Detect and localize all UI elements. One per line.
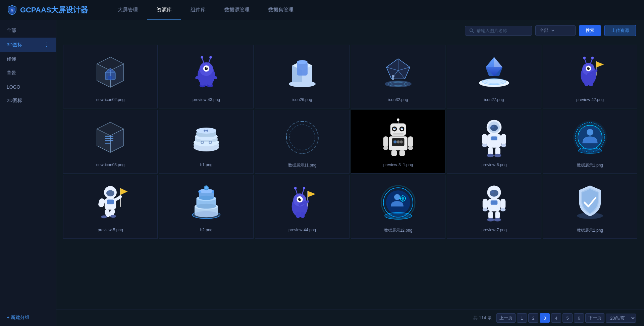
svg-point-43 [392, 75, 394, 78]
sidebar-item-3dicon[interactable]: 3D图标 ⋮ [0, 38, 56, 52]
svg-rect-74 [105, 138, 113, 139]
per-page-select[interactable]: 20条/页 50条/页 100条/页 [606, 314, 636, 323]
search-input[interactable] [477, 28, 524, 33]
grid-item-3[interactable]: icon32.png [351, 45, 445, 108]
nav-tab-resources[interactable]: 资源库 [147, 0, 181, 20]
svg-point-127 [501, 144, 506, 147]
svg-point-158 [196, 204, 216, 209]
svg-point-102 [401, 128, 403, 129]
page-3-button[interactable]: 3 [540, 313, 550, 323]
svg-point-114 [408, 146, 413, 150]
svg-point-194 [491, 191, 494, 193]
svg-marker-64 [596, 61, 604, 67]
svg-point-58 [588, 67, 590, 68]
image-preview-14 [280, 181, 324, 224]
main-nav: 大屏管理 资源库 组件库 数据源管理 数据集管理 [108, 0, 303, 20]
image-name-16: preview-7.png [481, 228, 506, 232]
sidebar-item-decor[interactable]: 修饰 [0, 52, 56, 66]
image-name-0: new-icon02.png [96, 97, 125, 102]
search-button[interactable]: 搜索 [579, 25, 601, 36]
page-4-button[interactable]: 4 [551, 313, 561, 323]
app-title: GCPAAS大屏设计器 [20, 5, 88, 15]
grid-item-4[interactable]: icon27.png [447, 45, 541, 108]
nav-tab-dashboard[interactable]: 大屏管理 [108, 0, 147, 20]
sidebar-item-2dicon[interactable]: 2D图标 [0, 94, 56, 108]
svg-rect-178 [301, 212, 305, 218]
more-icon[interactable]: ⋮ [44, 42, 49, 48]
grid-item-5[interactable]: preview-42.png [543, 45, 637, 108]
pagination: 共 114 条 上一页 1 2 3 4 5 6 下一页 20条/页 50条/页 … [56, 310, 644, 326]
svg-point-90 [286, 121, 318, 153]
grid-item-11[interactable]: 数据展示1.png [543, 110, 637, 174]
sidebar-item-bg[interactable]: 背景 [0, 66, 56, 80]
grid-item-1[interactable]: preview-43.png [159, 45, 254, 108]
page-5-button[interactable]: 5 [562, 313, 573, 323]
nav-tab-components[interactable]: 组件库 [181, 0, 215, 20]
prev-page-button[interactable]: 上一页 [496, 313, 516, 323]
image-name-13: b2.png [200, 228, 213, 232]
svg-point-170 [300, 198, 301, 199]
search-icon [469, 28, 474, 33]
svg-point-87 [210, 142, 211, 143]
nav-tab-dataset[interactable]: 数据集管理 [259, 0, 303, 20]
sidebar-item-logo[interactable]: LOGO [0, 80, 56, 94]
grid-item-17[interactable]: 数据展示2.png [543, 175, 637, 239]
svg-point-126 [482, 144, 487, 147]
svg-point-184 [401, 197, 404, 200]
svg-rect-11 [108, 76, 112, 80]
page-1-button[interactable]: 1 [517, 313, 527, 323]
svg-point-130 [487, 154, 494, 157]
svg-rect-66 [589, 80, 593, 86]
sidebar-item-all[interactable]: 全部 [0, 24, 56, 38]
grid-item-12[interactable]: preview-5.png [63, 175, 158, 239]
svg-point-199 [483, 208, 488, 211]
svg-rect-115 [391, 150, 397, 156]
grid-item-0[interactable]: new-icon02.png [63, 45, 158, 108]
image-grid-area: new-icon02.png [56, 41, 644, 310]
image-name-11: 数据展示1.png [577, 162, 603, 168]
add-group-button[interactable]: + 新建分组 [0, 309, 56, 326]
nav-tab-datasource[interactable]: 数据源管理 [215, 0, 259, 20]
image-name-9: preview-3_1.png [383, 162, 413, 167]
grid-item-2[interactable]: icon26.png [255, 45, 350, 108]
page-2-button[interactable]: 2 [528, 313, 538, 323]
svg-rect-24 [208, 80, 213, 86]
grid-item-7[interactable]: b1.png [159, 110, 254, 174]
svg-point-108 [393, 140, 396, 143]
image-name-7: b1.png [200, 162, 213, 167]
image-preview-12 [89, 181, 132, 224]
svg-point-155 [195, 211, 218, 217]
category-select[interactable]: 全部 [535, 25, 576, 36]
image-preview-5 [568, 50, 612, 94]
svg-rect-124 [482, 134, 487, 145]
svg-rect-73 [105, 136, 113, 137]
grid-item-16[interactable]: preview-7.png [447, 175, 541, 239]
grid-item-15[interactable]: 数据展示12.png [351, 175, 445, 239]
grid-item-10[interactable]: preview-6.png [447, 110, 541, 174]
image-name-10: preview-6.png [481, 162, 506, 167]
svg-point-169 [298, 198, 301, 201]
image-name-6: new-icon03.png [96, 162, 125, 167]
logo-area: G GCPAAS大屏设计器 [7, 5, 88, 15]
grid-item-14[interactable]: preview-44.png [255, 175, 350, 239]
svg-rect-202 [495, 211, 500, 219]
svg-rect-65 [584, 80, 589, 86]
svg-point-119 [490, 125, 498, 131]
page-6-button[interactable]: 6 [574, 313, 584, 323]
svg-point-16 [206, 67, 208, 68]
svg-point-101 [394, 128, 395, 129]
svg-marker-51 [486, 57, 494, 67]
grid-item-8[interactable]: 数据展示11.png [255, 110, 350, 174]
svg-point-142 [106, 190, 114, 196]
grid-item-9[interactable]: preview-3_1.png [351, 110, 445, 174]
grid-item-13[interactable]: b2.png [159, 175, 254, 239]
pagination-total: 共 114 条 [473, 315, 492, 321]
image-name-1: preview-43.png [193, 97, 220, 102]
grid-item-6[interactable]: new-icon03.png [63, 110, 158, 174]
upload-button[interactable]: 上传资源 [604, 25, 636, 36]
svg-rect-196 [491, 200, 498, 205]
svg-point-60 [583, 57, 586, 59]
svg-rect-145 [107, 199, 114, 204]
next-page-button[interactable]: 下一页 [585, 313, 604, 323]
image-preview-1 [184, 50, 228, 94]
